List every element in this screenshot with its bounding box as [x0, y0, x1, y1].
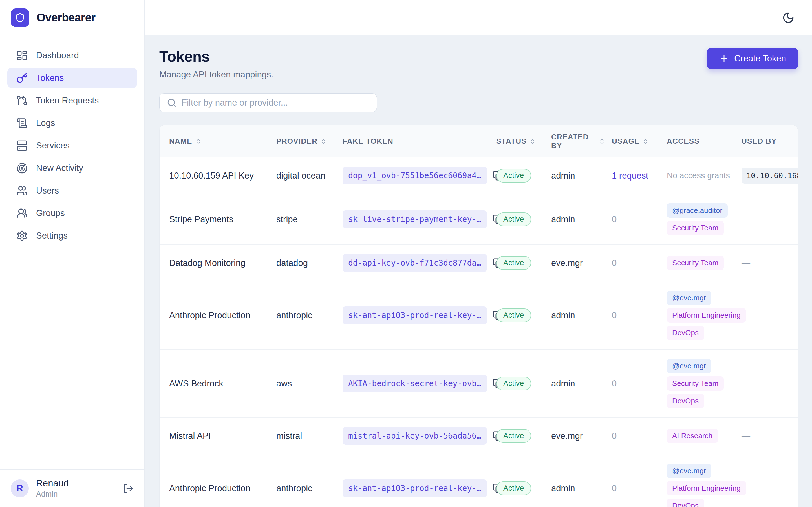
gear-icon [16, 230, 28, 241]
access-group-tag: Platform Engineering [667, 481, 746, 496]
used-by-cell: — [742, 474, 788, 503]
fake-token-value: dd-api-key-ovb-f71c3dc877da… [343, 254, 487, 272]
used-by-ip-chip: 10.10.60.168 [742, 168, 798, 184]
created-by: eve.mgr [551, 249, 612, 277]
sidebar-item-new-activity[interactable]: New Activity [7, 158, 137, 178]
page-head: Tokens Manage API token mappings. Create… [159, 48, 798, 80]
sidebar-item-settings[interactable]: Settings [7, 225, 137, 246]
fake-token-value: AKIA-bedrock-secret-key-ovb… [343, 375, 487, 392]
access-user-tag: @grace.auditor [667, 203, 728, 218]
column-label: USAGE [612, 137, 640, 146]
sidebar-item-token-requests[interactable]: Token Requests [7, 90, 137, 111]
used-by-empty-dash: — [742, 483, 750, 494]
filter-input[interactable] [182, 98, 369, 108]
used-by-cell: 10.10.60.168 [742, 158, 798, 193]
user-role: Admin [36, 490, 69, 499]
access-cell: @eve.mgrPlatform EngineeringDevOps [667, 454, 742, 507]
usage-count: 0 [612, 214, 617, 224]
token-name: Anthropic Production [169, 301, 276, 330]
radar-icon [16, 163, 28, 174]
created-by: admin [551, 205, 612, 234]
access-user-tag: @eve.mgr [667, 359, 711, 373]
create-token-label: Create Token [734, 54, 786, 64]
table-row: Mistral API mistral mistral-api-key-ovb-… [160, 418, 798, 454]
access-cell: Security Team [667, 246, 742, 279]
sidebar-item-services[interactable]: Services [7, 135, 137, 156]
created-by: admin [551, 474, 612, 503]
column-header-access: ACCESS [667, 137, 742, 146]
status-cell: Active [496, 472, 551, 504]
sidebar-item-users[interactable]: Users [7, 180, 137, 201]
sidebar-item-groups[interactable]: Groups [7, 203, 137, 223]
pull-request-icon [16, 95, 28, 106]
created-by: admin [551, 301, 612, 330]
tokens-table: NAMEPROVIDERFAKE TOKENSTATUSCREATED BYUS… [159, 125, 798, 507]
token-name: AWS Bedrock [169, 369, 276, 398]
used-by-cell: — [742, 301, 788, 330]
token-provider: datadog [276, 249, 343, 277]
fake-token-cell: sk-ant-api03-prod-real-key-… [343, 297, 496, 334]
create-token-button[interactable]: Create Token [707, 48, 798, 69]
token-name: 10.10.60.159 API Key [169, 161, 276, 190]
theme-toggle-button[interactable] [779, 9, 797, 27]
table-row: Datadog Monitoring datadog dd-api-key-ov… [160, 245, 798, 281]
table-row: AWS Bedrock aws AKIA-bedrock-secret-key-… [160, 349, 798, 418]
access-tags: AI Research [667, 429, 718, 443]
usage-cell: 0 [612, 421, 667, 450]
plus-icon [719, 54, 729, 64]
sidebar-item-dashboard[interactable]: Dashboard [7, 45, 137, 66]
sort-icon [195, 138, 201, 145]
column-label: FAKE TOKEN [343, 137, 393, 146]
used-by-empty-dash: — [742, 379, 750, 389]
used-by-cell: — [742, 369, 788, 398]
user-box: R Renaud Admin [0, 469, 144, 507]
token-name: Anthropic Production [169, 474, 276, 503]
logout-button[interactable] [123, 483, 134, 494]
token-provider: anthropic [276, 474, 343, 503]
status-badge: Active [496, 482, 531, 495]
usage-cell: 0 [612, 249, 667, 277]
used-by-cell: — [742, 205, 788, 234]
access-group-tag: DevOps [667, 394, 704, 408]
table-row: Stripe Payments stripe sk_live-stripe-pa… [160, 194, 798, 245]
column-label: NAME [169, 137, 192, 146]
usage-cell: 0 [612, 474, 667, 503]
used-by-empty-dash: — [742, 214, 750, 224]
sort-icon [529, 138, 536, 145]
access-group-tag: Security Team [667, 256, 724, 270]
column-label: PROVIDER [276, 137, 317, 146]
fake-token-value: sk_live-stripe-payment-key-… [343, 210, 487, 228]
column-header-name[interactable]: NAME [169, 137, 276, 146]
sidebar-item-tokens[interactable]: Tokens [7, 68, 137, 88]
app-root: Overbearer Dashboard Tokens Token Reques… [0, 0, 812, 507]
access-tags: @grace.auditorSecurity Team [667, 203, 728, 235]
user-meta: Renaud Admin [36, 478, 69, 499]
access-tags: Security Team [667, 256, 724, 270]
status-badge: Active [496, 212, 531, 226]
users-icon [16, 185, 28, 196]
column-header-provider[interactable]: PROVIDER [276, 137, 343, 146]
fake-token-cell: dop_v1_ovb-7551be56ec6069a4… [343, 158, 496, 194]
token-provider: anthropic [276, 301, 343, 330]
access-user-tag: @eve.mgr [667, 291, 711, 305]
fake-token-cell: AKIA-bedrock-secret-key-ovb… [343, 365, 496, 402]
filter-box [159, 93, 377, 112]
moon-icon [782, 11, 795, 24]
column-header-status[interactable]: STATUS [496, 137, 551, 146]
dashboard-icon [16, 50, 28, 61]
brand-area: Overbearer [0, 0, 145, 35]
sort-icon [320, 138, 326, 145]
shield-icon [15, 13, 25, 23]
sidebar-nav: Dashboard Tokens Token Requests Logs Ser… [0, 36, 144, 469]
page-head-text: Tokens Manage API token mappings. [159, 48, 273, 80]
fake-token-cell: sk-ant-api03-prod-real-key-… [343, 470, 496, 506]
usage-requests-link[interactable]: 1 request [612, 171, 648, 181]
sort-icon [599, 138, 605, 145]
column-header-created_by[interactable]: CREATED BY [551, 133, 612, 150]
created-by: eve.mgr [551, 421, 612, 450]
used-by-cell: — [742, 249, 788, 277]
access-cell: @grace.auditorSecurity Team [667, 194, 742, 244]
sidebar: Dashboard Tokens Token Requests Logs Ser… [0, 36, 145, 507]
column-header-usage[interactable]: USAGE [612, 137, 667, 146]
sidebar-item-logs[interactable]: Logs [7, 113, 137, 133]
